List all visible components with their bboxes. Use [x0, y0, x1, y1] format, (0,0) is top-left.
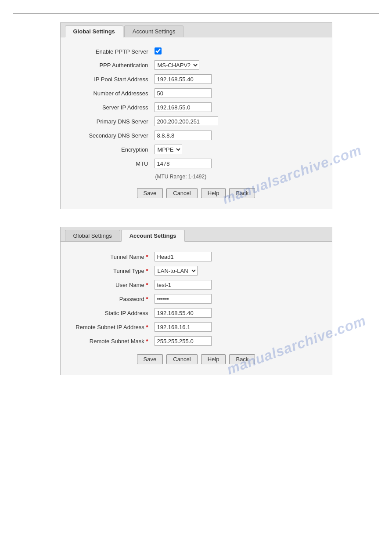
row-secondary-dns: Secondary DNS Server [74, 128, 319, 142]
tunnel-type-label: Tunnel Type * [74, 264, 153, 278]
user-name-value [153, 278, 319, 292]
enable-pptp-checkbox[interactable] [155, 47, 162, 54]
row-mtu: MTU [74, 156, 319, 170]
panel2-save-button[interactable]: Save [137, 354, 163, 364]
enable-pptp-label: Enable PPTP Server [74, 45, 153, 58]
mtu-input[interactable] [155, 159, 212, 168]
mtu-label: MTU [74, 156, 153, 170]
panel2-cancel-button[interactable]: Cancel [166, 354, 197, 364]
remote-subnet-ip-required: * [146, 324, 148, 330]
panel1-btn-row: Save Cancel Help Back [74, 188, 319, 200]
ip-pool-start-label: IP Pool Start Address [74, 72, 153, 86]
row-num-addresses: Number of Addresses [74, 86, 319, 100]
server-ip-label: Server IP Address [74, 100, 153, 114]
tab-account-settings-1[interactable]: Account Settings [124, 25, 184, 37]
remote-subnet-ip-input[interactable] [155, 322, 212, 332]
remote-subnet-mask-value [153, 334, 319, 348]
panel1-save-button[interactable]: Save [137, 188, 163, 198]
mtu-value [153, 156, 319, 170]
encryption-select[interactable]: MPPE None [155, 145, 182, 154]
panel-global-settings: Global Settings Account Settings Enable … [60, 22, 332, 209]
row-password: Password * [74, 292, 319, 306]
row-server-ip: Server IP Address [74, 100, 319, 114]
password-required: * [146, 296, 148, 302]
tunnel-name-value [153, 250, 319, 264]
num-addresses-input[interactable] [155, 88, 212, 98]
panel2-body: Tunnel Name * Tunnel Type * LAN-to-LAN [61, 242, 332, 375]
num-addresses-label: Number of Addresses [74, 86, 153, 100]
row-static-ip: Static IP Address [74, 306, 319, 320]
primary-dns-value [153, 114, 319, 128]
form-table-1: Enable PPTP Server PPP Authentication MS… [74, 45, 319, 182]
row-mtu-range: (MTU Range: 1-1492) [74, 170, 319, 182]
static-ip-label: Static IP Address [74, 306, 153, 320]
tunnel-name-required: * [146, 254, 148, 260]
encryption-label: Encryption [74, 142, 153, 156]
row-tunnel-type: Tunnel Type * LAN-to-LAN Host-to-LAN [74, 264, 319, 278]
user-name-label: User Name * [74, 278, 153, 292]
encryption-value: MPPE None [153, 142, 319, 156]
panel-account-settings: Global Settings Account Settings Tunnel … [60, 227, 332, 375]
password-label: Password * [74, 292, 153, 306]
row-remote-subnet-mask: Remote Subnet Mask * [74, 334, 319, 348]
tabs-row-2: Global Settings Account Settings [61, 227, 332, 242]
ppp-auth-value: MS-CHAPV2 CHAP PAP [153, 58, 319, 72]
user-name-required: * [146, 282, 148, 288]
server-ip-input[interactable] [155, 102, 212, 112]
panel1-body: Enable PPTP Server PPP Authentication MS… [61, 37, 332, 209]
row-remote-subnet-ip: Remote Subnet IP Address * [74, 320, 319, 334]
row-ip-pool-start: IP Pool Start Address [74, 72, 319, 86]
user-name-input[interactable] [155, 280, 212, 290]
tab-account-settings-2[interactable]: Account Settings [121, 230, 185, 242]
ppp-auth-label: PPP Authentication [74, 58, 153, 72]
row-ppp-auth: PPP Authentication MS-CHAPV2 CHAP PAP [74, 58, 319, 72]
num-addresses-value [153, 86, 319, 100]
static-ip-value [153, 306, 319, 320]
tab-global-settings-1[interactable]: Global Settings [65, 25, 123, 37]
remote-subnet-mask-required: * [146, 338, 148, 345]
panel1-back-button[interactable]: Back [229, 188, 255, 198]
row-encryption: Encryption MPPE None [74, 142, 319, 156]
tab-global-settings-2[interactable]: Global Settings [65, 230, 120, 241]
ppp-auth-select[interactable]: MS-CHAPV2 CHAP PAP [155, 60, 199, 70]
row-tunnel-name: Tunnel Name * [74, 250, 319, 264]
row-primary-dns: Primary DNS Server [74, 114, 319, 128]
row-user-name: User Name * [74, 278, 319, 292]
remote-subnet-ip-label: Remote Subnet IP Address * [74, 320, 153, 334]
tunnel-type-value: LAN-to-LAN Host-to-LAN [153, 264, 319, 278]
password-input[interactable] [155, 294, 212, 304]
static-ip-input[interactable] [155, 308, 212, 318]
remote-subnet-ip-value [153, 320, 319, 334]
tunnel-name-input[interactable] [155, 252, 212, 261]
password-value [153, 292, 319, 306]
mtu-range-text: (MTU Range: 1-1492) [155, 174, 317, 180]
secondary-dns-input[interactable] [155, 131, 212, 140]
ip-pool-start-value [153, 72, 319, 86]
tunnel-name-label: Tunnel Name * [74, 250, 153, 264]
panel1-cancel-button[interactable]: Cancel [166, 188, 197, 198]
tunnel-type-required: * [146, 268, 148, 274]
primary-dns-label: Primary DNS Server [74, 114, 153, 128]
top-divider [13, 13, 379, 14]
enable-pptp-value [153, 45, 319, 58]
secondary-dns-value [153, 128, 319, 142]
ip-pool-start-input[interactable] [155, 74, 212, 84]
row-enable-pptp: Enable PPTP Server [74, 45, 319, 58]
remote-subnet-mask-label: Remote Subnet Mask * [74, 334, 153, 348]
secondary-dns-label: Secondary DNS Server [74, 128, 153, 142]
panel2-btn-row: Save Cancel Help Back [74, 354, 319, 366]
tunnel-type-select[interactable]: LAN-to-LAN Host-to-LAN [155, 266, 198, 276]
panel2-back-button[interactable]: Back [229, 354, 255, 364]
server-ip-value [153, 100, 319, 114]
panel2-help-button[interactable]: Help [201, 354, 226, 364]
panel1-help-button[interactable]: Help [201, 188, 226, 198]
remote-subnet-mask-input[interactable] [155, 336, 212, 346]
form-table-2: Tunnel Name * Tunnel Type * LAN-to-LAN [74, 250, 319, 348]
tabs-row-1: Global Settings Account Settings [61, 23, 332, 37]
primary-dns-input[interactable] [155, 116, 218, 126]
